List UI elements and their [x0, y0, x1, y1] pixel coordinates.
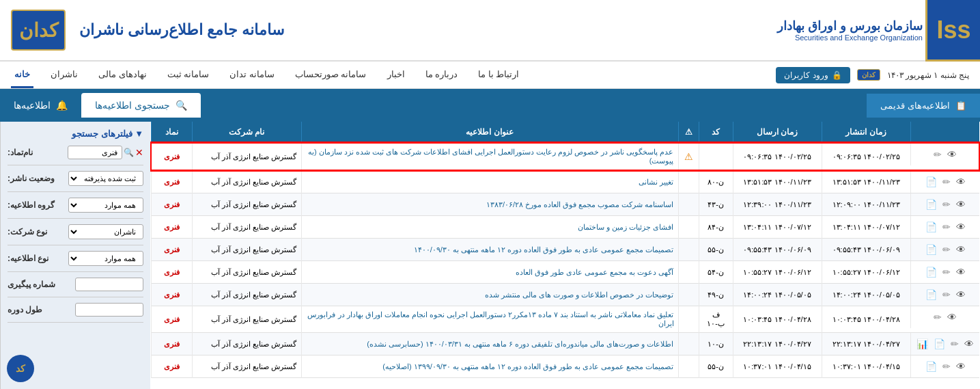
news-title[interactable]: اساسنامه شرکت مصوب مجمع فوق العاده مورخ … — [301, 193, 678, 216]
symbol[interactable]: فنری — [151, 284, 192, 306]
publish-time: ۱۴۰۰/۰۴/۱۵ ۱۰:۳۷:۰۱ — [822, 356, 910, 378]
news-title[interactable]: اطلاعات و صورت‌های مالی میاندوره‌ای تلفی… — [301, 333, 678, 356]
edit-button[interactable]: ✏ — [941, 220, 952, 234]
pdf-button[interactable]: 📄 — [924, 220, 938, 234]
symbol[interactable]: فنری — [151, 239, 192, 261]
row-code: ن-۸۰ — [699, 170, 733, 193]
seo-title: سازمان بورس و اوراق بهادار — [777, 18, 923, 33]
pdf-button[interactable]: 📄 — [924, 175, 938, 189]
nav-tadan[interactable]: سامانه تدان — [226, 62, 278, 88]
company-name: گسترش صنایع انرژی آذر آب — [192, 306, 301, 333]
nav-home[interactable]: خانه — [11, 62, 33, 88]
symbol[interactable]: فنری — [151, 356, 192, 378]
view-button[interactable]: 👁 — [963, 337, 975, 351]
old-news-icon: 📋 — [955, 100, 966, 111]
nav-contact[interactable]: ارتباط با ما — [475, 62, 522, 88]
login-label: ورود کاربران — [784, 70, 828, 80]
view-button[interactable]: 👁 — [946, 310, 958, 324]
pdf-button[interactable]: 📄 — [924, 360, 938, 373]
news-table: زمان انتشار زمان ارسال کد ⚠ عنوان اطلاعی… — [150, 122, 980, 378]
view-button[interactable]: 👁 — [955, 220, 967, 234]
edit-button[interactable]: ✏ — [941, 288, 952, 301]
pdf-button[interactable]: 📄 — [924, 288, 938, 301]
company-type-select[interactable]: ناشران — [68, 224, 143, 239]
view-button[interactable]: 👁 — [955, 288, 967, 301]
view-button[interactable]: 👁 — [955, 175, 967, 189]
col-header-send: زمان ارسال — [733, 122, 822, 143]
search-tab-label: جستجوی اطلاعیه‌ها — [95, 100, 170, 111]
nav-news[interactable]: اخبار — [384, 62, 408, 88]
tracking-input[interactable] — [75, 278, 143, 291]
edit-button[interactable]: ✏ — [941, 198, 952, 211]
view-button[interactable]: 👁 — [955, 198, 967, 211]
table-header-row: زمان انتشار زمان ارسال کد ⚠ عنوان اطلاعی… — [151, 122, 979, 143]
news-tab[interactable]: 🔔 اطلاعیه‌ها — [0, 93, 81, 118]
actions-cell: 👁✏ — [910, 306, 979, 328]
edit-button[interactable]: ✏ — [941, 243, 952, 256]
nav-about[interactable]: درباره ما — [422, 62, 462, 88]
period-input[interactable] — [75, 303, 143, 317]
warning-cell — [678, 333, 699, 356]
status-select[interactable]: ثبت شده پذیرفته نشده — [68, 171, 143, 186]
symbol[interactable]: فنری — [151, 143, 192, 170]
view-button[interactable]: 👁 — [946, 148, 958, 161]
symbol-input[interactable] — [68, 146, 122, 159]
symbol[interactable]: فنری — [151, 306, 192, 333]
edit-button[interactable]: ✏ — [941, 175, 952, 189]
send-time: ۱۴۰۰/۰۴/۲۸ ۱۰:۰۳:۴۵ — [733, 306, 822, 333]
row-code: ن-۸۴ — [699, 216, 733, 239]
table-row: 👁✏📄📊۱۴۰۰/۰۴/۲۷ ۲۲:۱۳:۱۷۱۴۰۰/۰۴/۲۷ ۲۲:۱۳:… — [151, 333, 979, 356]
kodal-small-badge: کدان — [857, 69, 880, 81]
warning-cell — [678, 261, 699, 284]
symbol[interactable]: فنری — [151, 216, 192, 239]
edit-button[interactable]: ✏ — [941, 265, 952, 279]
view-button[interactable]: 👁 — [955, 360, 967, 373]
col-header-warning: ⚠ — [678, 122, 699, 143]
send-time: ۱۴۰۰/۰۶/۱۲ ۱۰:۵۵:۲۷ — [733, 261, 822, 284]
news-title[interactable]: تغییر نشانی — [301, 170, 678, 193]
news-title[interactable]: تصمیمات مجمع عمومی عادی به طور فوق العاد… — [301, 239, 678, 261]
news-type-label: نوع اطلاعیه: — [8, 254, 48, 263]
symbol[interactable]: فنری — [151, 333, 192, 356]
nav-accounting[interactable]: سامانه صورتحساب — [292, 62, 370, 88]
old-news-tab[interactable]: 📋 اطلاعیه‌های قدیمی — [867, 94, 980, 118]
nav-publishers[interactable]: ناشران — [47, 62, 81, 88]
pdf-button[interactable]: 📄 — [924, 265, 938, 279]
view-button[interactable]: 👁 — [955, 265, 967, 279]
nav-financial[interactable]: نهادهای مالی — [95, 62, 150, 88]
symbol[interactable]: فنری — [151, 193, 192, 216]
group-select[interactable]: همه موارد — [68, 198, 143, 213]
edit-button[interactable]: ✏ — [932, 148, 943, 161]
company-name: گسترش صنایع انرژی آذر آب — [192, 170, 301, 193]
excel-button[interactable]: 📊 — [915, 337, 929, 351]
view-button[interactable]: 👁 — [955, 243, 967, 256]
symbol-clear-button[interactable]: ✕ — [135, 147, 143, 158]
pdf-button[interactable]: 📄 — [932, 337, 947, 351]
news-title[interactable]: تصمیمات مجمع عمومی عادی به طور فوق العاد… — [301, 356, 678, 378]
table-row: 👁✏📄۱۴۰۰/۰۶/۰۹ ۰۹:۵۵:۴۳۱۴۰۰/۰۶/۰۹ ۰۹:۵۵:۴… — [151, 239, 979, 261]
search-tab[interactable]: 🔍 جستجوی اطلاعیه‌ها — [81, 93, 201, 118]
login-button[interactable]: 🔒 ورود کاربران — [776, 67, 850, 83]
news-title[interactable]: افشای جزئیات زمین و ساختمان — [301, 216, 678, 239]
news-title[interactable]: تعلیق نماد معاملاتی ناشر به استناد بند ۷… — [301, 306, 678, 333]
symbol[interactable]: فنری — [151, 170, 192, 193]
actions-cell: 👁✏📄 — [910, 239, 979, 260]
news-title[interactable]: عدم پاسخگویی ناشر در خصوص لزوم رعایت دست… — [301, 143, 678, 170]
news-title[interactable]: توضیحات در خصوص اطلاعات و صورت های مالی … — [301, 284, 678, 306]
edit-button[interactable]: ✏ — [949, 337, 960, 351]
company-name: گسترش صنایع انرژی آذر آب — [192, 216, 301, 239]
filter-company-type-row: ناشران نوع شرکت: — [8, 224, 143, 245]
filter-symbol-row: ✕ 🔍 نام‌تماد: — [8, 146, 143, 165]
nav-registration[interactable]: سامانه ثبت — [164, 62, 213, 88]
edit-button[interactable]: ✏ — [932, 310, 943, 324]
actions-cell: 👁✏📄 — [910, 193, 979, 215]
pdf-button[interactable]: 📄 — [924, 198, 938, 211]
news-type-select[interactable]: همه موارد — [68, 251, 143, 266]
send-time: ۱۴۰۰/۰۵/۰۵ ۱۴:۰۰:۲۴ — [733, 284, 822, 306]
filter-tracking-row: شماره پیگیری — [8, 278, 143, 297]
pdf-button[interactable]: 📄 — [924, 243, 938, 256]
news-title[interactable]: آگهی دعوت به مجمع عمومی عادی طور فوق الع… — [301, 261, 678, 284]
symbol[interactable]: فنری — [151, 261, 192, 284]
warning-cell — [678, 239, 699, 261]
edit-button[interactable]: ✏ — [941, 360, 952, 373]
